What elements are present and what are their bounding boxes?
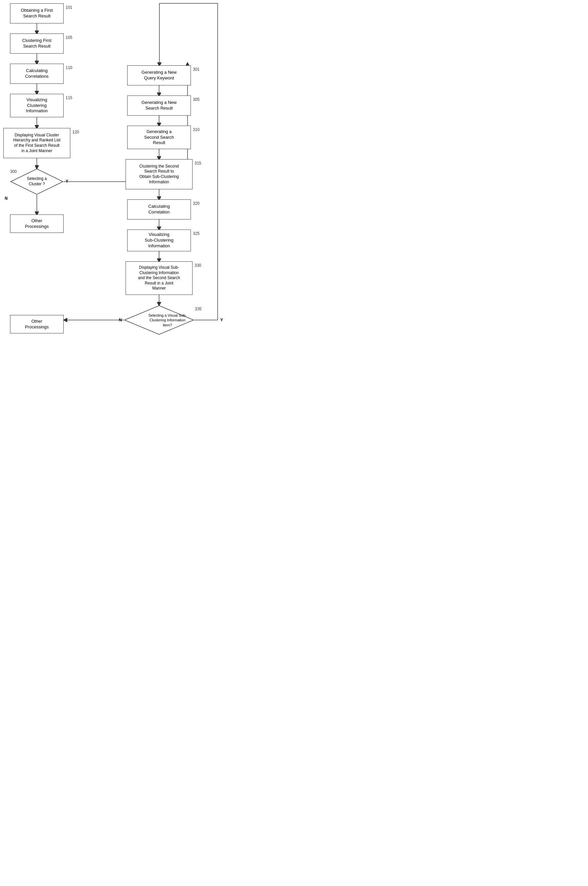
svg-marker-21 [11,169,63,194]
ref-300: 300 [10,169,17,174]
diamond-300: Selecting aCluster ? [10,168,64,195]
box-115: Visualizing Clustering Information [10,94,64,117]
box-320: Calculating Correlation [127,199,191,220]
ref-110: 110 [66,65,72,70]
ref-105: 105 [66,35,72,40]
y-label-335: Y [220,318,223,322]
ref-330: 330 [195,263,201,268]
box-310: Generating a Second Search Result [127,126,191,149]
flowchart: Obtaining a First Search Result 101 Clus… [0,0,234,352]
ref-310: 310 [193,127,200,132]
box-120: Displaying Visual Cluster Hierarchy and … [3,128,70,158]
ref-320: 320 [193,201,200,206]
n-label-335: N [119,318,122,322]
n-label-300: N [5,196,8,201]
box-101: Obtaining a First Search Result [10,3,64,24]
ref-325: 325 [193,231,200,236]
y-label-300: Y [66,179,68,184]
box-305: Generating a New Search Result [127,95,191,116]
ref-301: 301 [193,67,200,72]
box-other1: Other Processings [10,214,64,233]
box-other2: Other Processings [10,315,64,334]
ref-305: 305 [193,97,200,102]
diamond-335: Selecting a Visual Sub-Clustering Inform… [124,305,194,335]
ref-315: 315 [195,161,201,165]
box-105: Clustering First Search Result [10,33,64,54]
box-330: Displaying Visual Sub- Clustering Inform… [126,262,192,295]
svg-marker-22 [124,305,194,334]
box-110: Calculating Correlations [10,64,64,84]
ref-101: 101 [66,5,72,10]
ref-335: 335 [195,307,202,311]
ref-120: 120 [72,130,79,134]
box-301: Generating a New Query Keyword [127,65,191,86]
box-315: Clustering the Second Search Result to O… [126,159,192,190]
box-325: Visualizing Sub-Clustering Information [127,230,191,251]
ref-115: 115 [66,95,72,100]
